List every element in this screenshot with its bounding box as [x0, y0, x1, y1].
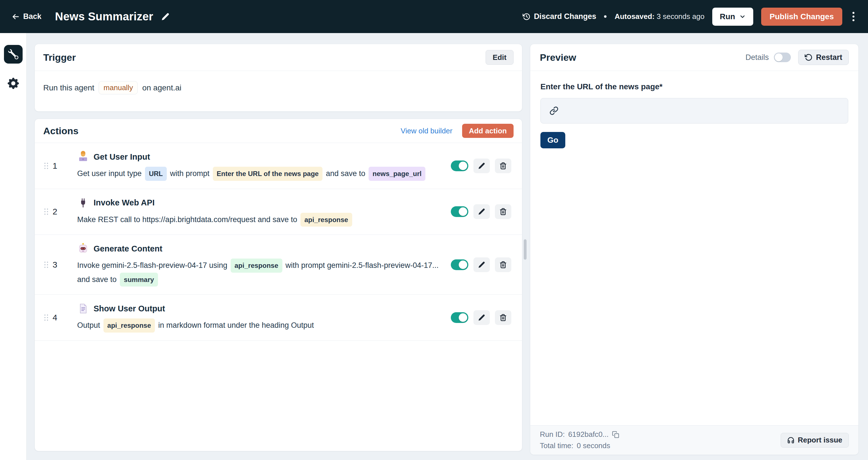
- action-delete-button[interactable]: [495, 310, 511, 325]
- action-description: Output api_response in markdown format u…: [77, 319, 439, 333]
- drag-handle-icon[interactable]: [44, 163, 48, 169]
- trash-icon: [499, 261, 507, 268]
- action-number: 2: [53, 207, 57, 217]
- header-actions: Discard Changes Autosaved: 3 seconds ago…: [523, 8, 857, 26]
- action-enabled-toggle[interactable]: [451, 312, 468, 323]
- action-row-show-user-output: 4 Show User Output Output api_response i…: [35, 295, 522, 341]
- action-number: 1: [53, 161, 57, 171]
- action-enabled-toggle[interactable]: [451, 206, 468, 217]
- pencil-icon: [478, 208, 485, 215]
- trash-icon: [499, 162, 507, 169]
- restart-label: Restart: [816, 53, 842, 62]
- variable-badge: api_response: [230, 259, 282, 273]
- view-old-builder-link[interactable]: View old builder: [401, 127, 453, 135]
- back-label: Back: [23, 12, 41, 21]
- row-gutter: 4: [35, 313, 77, 322]
- actions-title: Actions: [43, 126, 79, 136]
- page-title: News Summarizer: [55, 10, 153, 23]
- total-time-value: 0 seconds: [577, 441, 611, 450]
- builder-column: Trigger Edit Run this agent manually on …: [34, 44, 522, 451]
- run-id-value: 6192bafc0...: [568, 430, 609, 439]
- action-enabled-toggle[interactable]: [451, 161, 468, 171]
- action-number: 4: [53, 313, 57, 322]
- actions-card: Actions View old builder Add action 1 Ge…: [34, 119, 522, 451]
- variable-badge: news_page_url: [369, 167, 425, 181]
- autosaved-status: Autosaved: 3 seconds ago: [615, 12, 704, 21]
- action-enabled-toggle[interactable]: [451, 259, 468, 270]
- action-title: Get User Input: [94, 152, 150, 162]
- separator-dot: [604, 15, 607, 18]
- url-input[interactable]: [540, 98, 848, 124]
- back-button[interactable]: Back: [11, 12, 41, 21]
- action-delete-button[interactable]: [495, 257, 511, 272]
- action-description: Invoke gemini-2.5-flash-preview-04-17 us…: [77, 259, 439, 287]
- report-issue-button[interactable]: Report issue: [781, 433, 849, 448]
- action-edit-button[interactable]: [473, 159, 490, 173]
- pencil-icon: [478, 261, 485, 268]
- chevron-down-icon: [739, 13, 746, 20]
- description-text: Run this agent: [43, 84, 96, 92]
- history-icon: [523, 13, 530, 21]
- autosaved-label: Autosaved:: [615, 12, 655, 21]
- action-description: Get user input type URL with prompt Ente…: [77, 167, 439, 181]
- variable-badge: URL: [145, 167, 167, 181]
- copy-icon: [612, 431, 619, 438]
- details-label: Details: [745, 53, 769, 62]
- run-meta: Run ID: 6192bafc0... Total time: 0 secon…: [540, 430, 619, 450]
- variable-badge: Enter the URL of the news page: [213, 167, 323, 181]
- variable-badge: manually: [99, 81, 138, 94]
- scrollbar-thumb[interactable]: [524, 239, 527, 260]
- drag-handle-icon[interactable]: [44, 315, 48, 321]
- copy-run-id-button[interactable]: [612, 431, 619, 438]
- rename-agent-button[interactable]: [161, 12, 169, 21]
- action-description: Make REST call to https://api.brightdata…: [77, 213, 439, 227]
- trash-icon: [499, 208, 507, 215]
- go-button[interactable]: Go: [540, 132, 565, 149]
- action-title: Show User Output: [94, 304, 165, 314]
- discard-changes-button[interactable]: Discard Changes: [523, 12, 596, 21]
- action-content: Invoke Web API Make REST call to https:/…: [77, 197, 451, 227]
- restart-button[interactable]: Restart: [798, 50, 849, 65]
- add-action-button[interactable]: Add action: [462, 124, 514, 138]
- description-text: with prompt: [168, 169, 212, 178]
- run-button[interactable]: Run: [712, 8, 753, 26]
- action-content: Generate Content Invoke gemini-2.5-flash…: [77, 243, 451, 287]
- autosaved-value: 3 seconds ago: [657, 12, 704, 21]
- action-row-get-user-input: 1 Get User Input Get user input type URL…: [35, 143, 522, 189]
- restart-icon: [805, 54, 813, 61]
- preview-card-header: Preview Details Restart: [530, 44, 858, 71]
- preview-card: Preview Details Restart Enter the URL of…: [530, 44, 859, 455]
- pencil-icon: [161, 12, 169, 21]
- action-edit-button[interactable]: [473, 257, 490, 272]
- publish-changes-button[interactable]: Publish Changes: [761, 8, 842, 26]
- agent-builder-page: Back News Summarizer Discard Changes Aut…: [0, 0, 868, 460]
- drag-handle-icon[interactable]: [44, 208, 48, 215]
- drag-handle-icon[interactable]: [44, 262, 48, 268]
- more-options-menu-button[interactable]: [850, 10, 857, 24]
- gear-icon: [8, 78, 19, 89]
- row-gutter: 3: [35, 260, 77, 269]
- trigger-edit-button[interactable]: Edit: [486, 50, 514, 65]
- left-sidebar: [0, 33, 27, 460]
- action-edit-button[interactable]: [473, 310, 490, 325]
- action-edit-button[interactable]: [473, 204, 490, 219]
- action-title: Invoke Web API: [94, 198, 155, 207]
- sidebar-item-build[interactable]: [4, 45, 23, 64]
- action-delete-button[interactable]: [495, 159, 511, 173]
- variable-badge: api_response: [103, 319, 155, 333]
- run-id-label: Run ID:: [540, 430, 565, 439]
- agent-title-group: News Summarizer: [55, 10, 170, 23]
- description-text: Output: [77, 321, 102, 329]
- description-text: Get user input type: [77, 169, 144, 178]
- details-toggle[interactable]: [774, 53, 791, 62]
- trigger-card: Trigger Edit Run this agent manually on …: [34, 44, 522, 111]
- link-icon: [550, 106, 558, 115]
- plug-emoji-icon: [77, 197, 89, 209]
- technologist-emoji-icon: [77, 151, 89, 163]
- document-emoji-icon: [77, 303, 89, 315]
- sidebar-item-settings[interactable]: [6, 76, 20, 90]
- action-title: Generate Content: [94, 244, 162, 254]
- description-text: and save to: [323, 169, 367, 178]
- action-delete-button[interactable]: [495, 204, 511, 219]
- action-content: Show User Output Output api_response in …: [77, 303, 451, 333]
